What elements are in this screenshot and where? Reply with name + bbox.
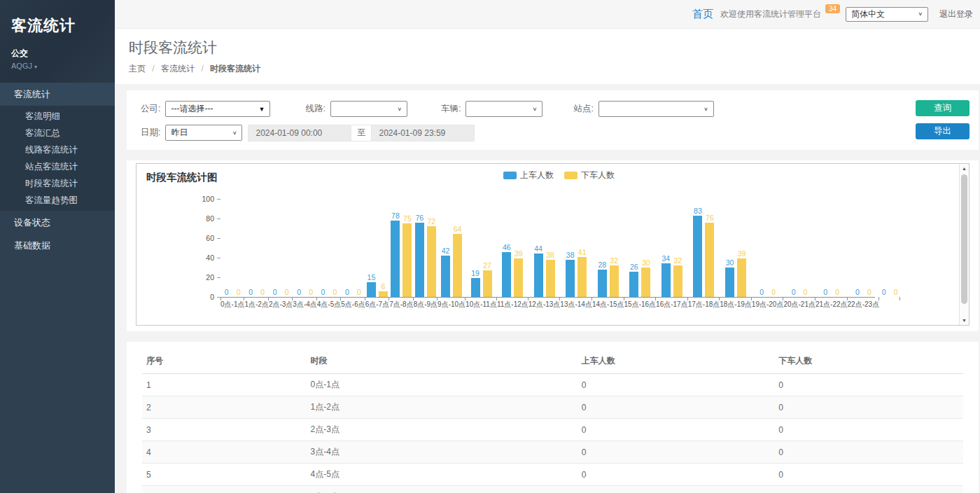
bar[interactable] (427, 226, 436, 297)
line-select[interactable]: ∨ (330, 101, 407, 117)
bar[interactable] (391, 221, 400, 297)
bar-column: 78 (391, 211, 400, 297)
date-to-input[interactable]: 2024-01-09 23:59 (371, 125, 475, 141)
bar[interactable] (483, 270, 492, 297)
breadcrumb-section[interactable]: 客流统计 (161, 64, 195, 74)
bar[interactable] (415, 223, 424, 297)
bar-pair: 00 (270, 199, 291, 297)
sidebar: 客流统计 公交 AQGJ ▾ 客流统计 客流明细客流汇总线路客流统计站点客流统计… (0, 0, 115, 493)
bar-value-label: 0 (804, 288, 808, 296)
bar-value-label: 0 (882, 288, 886, 296)
station-label: 站点: (573, 103, 593, 115)
bar-pair: 00 (879, 199, 900, 297)
bar-value-label: 78 (391, 211, 400, 220)
sidebar-subitem[interactable]: 时段客流统计 (0, 175, 115, 192)
table-cell: 1点-2点 (307, 396, 578, 419)
table-cell: 6 (142, 486, 307, 493)
bar-group: 1566点-7点 (365, 199, 389, 310)
scroll-down-icon[interactable]: ▼ (960, 318, 969, 323)
sidebar-item-device-status[interactable]: 设备状态 (0, 211, 115, 234)
bar[interactable] (367, 282, 376, 297)
company-label: 公司: (141, 103, 160, 115)
bar[interactable] (546, 260, 555, 297)
y-tick-label: 80 (206, 214, 214, 223)
table-row[interactable]: 65点-6点00 (142, 486, 963, 493)
bar-column: 76 (705, 214, 714, 297)
date-from-input[interactable]: 2024-01-09 00:00 (248, 125, 351, 141)
sidebar-subitem[interactable]: 客流量趋势图 (0, 192, 115, 209)
legend-swatch-icon (564, 172, 578, 179)
sidebar-subitem[interactable]: 客流汇总 (0, 125, 115, 141)
bar[interactable] (379, 291, 388, 297)
bar[interactable] (737, 258, 746, 297)
table-row[interactable]: 32点-3点00 (142, 419, 963, 441)
bar[interactable] (705, 223, 714, 297)
account-dropdown[interactable]: AQGJ ▾ (11, 62, 104, 70)
bar[interactable] (673, 265, 682, 297)
bar[interactable] (441, 256, 450, 297)
table-cell: 0 (774, 396, 963, 419)
bar[interactable] (471, 278, 480, 297)
x-tick-label: 18点-19点 (720, 300, 752, 308)
company-select[interactable]: ---请选择--- ▼ (165, 101, 270, 117)
table-row[interactable]: 43点-4点00 (142, 441, 963, 464)
bar-column: 0 (879, 288, 888, 297)
sidebar-item-base-data[interactable]: 基础数据 (0, 234, 115, 257)
bar[interactable] (693, 216, 702, 297)
vehicle-select[interactable]: ∨ (465, 101, 542, 117)
station-select[interactable]: ∨ (598, 101, 714, 117)
bar-value-label: 46 (503, 243, 511, 251)
bar[interactable] (641, 268, 650, 297)
bar[interactable] (610, 265, 619, 297)
bar-column: 75 (402, 214, 412, 297)
table-row[interactable]: 54点-5点00 (142, 464, 963, 486)
bar-value-label: 32 (674, 256, 682, 265)
bar-pair: 4639 (502, 199, 523, 297)
date-preset-select[interactable]: 昨日 ∨ (165, 125, 242, 141)
sidebar-subitem[interactable]: 站点客流统计 (0, 158, 115, 175)
bar-value-label: 0 (771, 288, 776, 296)
notification-badge[interactable]: 34 (825, 4, 840, 13)
y-tick-label: 0 (210, 293, 214, 301)
x-tick-label: 10点-11点 (465, 300, 497, 308)
bar[interactable] (502, 252, 511, 297)
table-cell: 2点-3点 (307, 419, 578, 441)
breadcrumb-home[interactable]: 主页 (129, 64, 146, 74)
logout-link[interactable]: 退出登录 (939, 8, 973, 20)
legend-item[interactable]: 上车人数 (503, 169, 554, 181)
query-button[interactable]: 查询 (916, 100, 969, 116)
bar[interactable] (725, 268, 734, 297)
scroll-up-icon[interactable]: ▲ (960, 166, 969, 171)
sidebar-subitem[interactable]: 客流明细 (0, 108, 115, 125)
home-link[interactable]: 首页 (692, 8, 713, 21)
sidebar-subitem[interactable]: 线路客流统计 (0, 141, 115, 158)
bar[interactable] (402, 223, 412, 297)
export-button[interactable]: 导出 (916, 123, 969, 139)
bar[interactable] (566, 260, 575, 297)
sidebar-item-passenger-stats[interactable]: 客流统计 (0, 83, 115, 106)
table-cell: 0 (578, 419, 775, 441)
bar-group: 78757点-8点 (389, 199, 413, 310)
bar-column: 0 (354, 288, 363, 297)
bar[interactable] (598, 270, 607, 297)
bar-column: 0 (853, 288, 862, 297)
sidebar-header: 客流统计 公交 AQGJ ▾ (0, 0, 115, 83)
bar[interactable] (662, 263, 671, 297)
table-cell: 0 (578, 441, 775, 464)
language-select[interactable]: 简体中文 ∨ (846, 7, 928, 22)
bar-value-label: 0 (760, 288, 764, 296)
bar[interactable] (578, 257, 587, 297)
bar[interactable] (534, 254, 543, 297)
bar-column: 0 (222, 288, 231, 297)
bar-column: 76 (415, 214, 424, 297)
table-row[interactable]: 21点-2点00 (142, 396, 963, 419)
chart-scrollbar[interactable]: ▲ ▼ (959, 164, 969, 325)
x-tick-label: 11点-12点 (497, 300, 528, 308)
bar[interactable] (514, 258, 523, 297)
bar-column: 26 (629, 263, 638, 297)
legend-item[interactable]: 下车人数 (564, 169, 615, 181)
table-row[interactable]: 10点-1点00 (142, 374, 963, 396)
bar[interactable] (629, 272, 638, 297)
bar[interactable] (453, 234, 462, 297)
scrollbar-thumb[interactable] (961, 174, 967, 304)
